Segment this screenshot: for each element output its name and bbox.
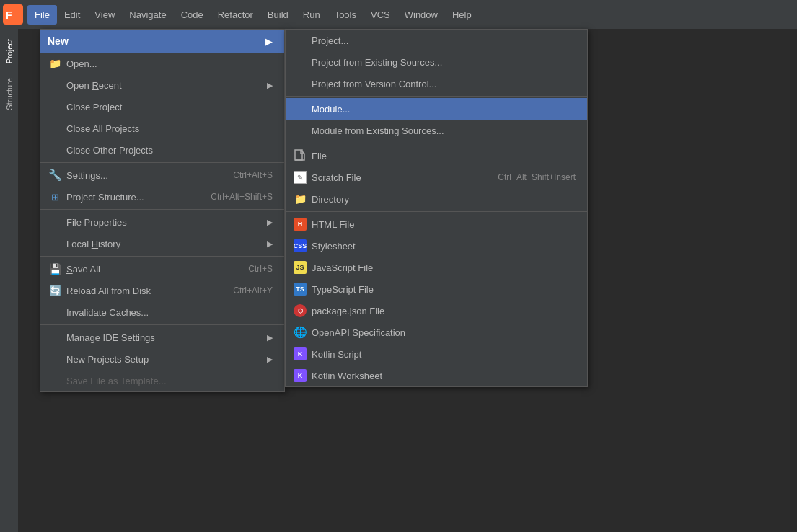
kotlin-script-icon: K [293, 347, 307, 361]
menu-help[interactable]: Help [445, 5, 479, 25]
svg-text:F: F [6, 9, 12, 21]
dropdown-overlay: New ▶ 📁 Open... Open Recent ▶ Close Proj… [0, 29, 797, 532]
html-icon: H [293, 217, 307, 231]
new-project-existing[interactable]: Project from Existing Sources... [286, 51, 587, 73]
menu-open[interactable]: 📁 Open... [40, 53, 284, 74]
new-project[interactable]: Project... [286, 30, 587, 51]
new-module[interactable]: Module... [286, 98, 587, 120]
new-module-existing[interactable]: Module from Existing Sources... [286, 120, 587, 141]
menu-close-project[interactable]: Close Project [40, 96, 284, 118]
menu-close-all-projects[interactable]: Close All Projects [40, 118, 284, 139]
settings-icon: 🔧 [48, 168, 62, 182]
blank-icon4 [48, 143, 62, 157]
new-kotlin-worksheet[interactable]: K Kotlin Worksheet [286, 365, 587, 386]
menu-window[interactable]: Window [397, 5, 445, 25]
blank-icon [48, 78, 62, 92]
new-file[interactable]: File [286, 145, 587, 167]
menu-new[interactable]: New ▶ [40, 30, 284, 53]
menu-tools[interactable]: Tools [327, 5, 364, 25]
structure-icon: ⊞ [48, 190, 62, 204]
new-html-file[interactable]: H HTML File [286, 213, 587, 235]
separator5 [286, 96, 587, 97]
open-recent-arrow: ▶ [267, 81, 273, 90]
menu-open-recent[interactable]: Open Recent ▶ [40, 74, 284, 96]
new-submenu[interactable]: Project... Project from Existing Sources… [285, 29, 588, 387]
menu-file[interactable]: File [27, 5, 57, 25]
sidebar-tab-structure[interactable]: Structure [2, 71, 17, 118]
menu-build[interactable]: Build [260, 5, 296, 25]
blank-icon11 [293, 33, 307, 48]
js-icon: JS [293, 260, 307, 275]
menu-invalidate-caches[interactable]: Invalidate Caches... [40, 301, 284, 323]
kotlin-worksheet-label: Kotlin Worksheet [312, 371, 576, 381]
npm-icon: ⬡ [293, 303, 307, 318]
file-label: File [312, 151, 576, 161]
menu-file-properties[interactable]: File Properties ▶ [40, 211, 284, 233]
menu-save-template[interactable]: Save File as Template... [40, 370, 284, 391]
menu-view[interactable]: View [87, 5, 122, 25]
separator3 [40, 256, 284, 257]
close-project-label: Close Project [66, 102, 273, 112]
menu-navigate[interactable]: Navigate [122, 5, 173, 25]
new-directory[interactable]: 📁 Directory [286, 188, 587, 210]
blank-icon15 [293, 123, 307, 138]
menu-edit[interactable]: Edit [57, 5, 87, 25]
separator7 [286, 211, 587, 212]
new-project-label: Project... [312, 35, 576, 46]
local-history-arrow: ▶ [267, 239, 273, 249]
reload-shortcut: Ctrl+Alt+Y [233, 285, 273, 296]
save-icon: 💾 [48, 262, 62, 276]
new-js-file[interactable]: JS JavaScript File [286, 257, 587, 278]
blank-icon12 [293, 55, 307, 69]
file-properties-label: File Properties [66, 217, 261, 228]
new-scratch-file[interactable]: ✎ Scratch File Ctrl+Alt+Shift+Insert [286, 167, 587, 188]
menu-run[interactable]: Run [296, 5, 327, 25]
scratch-icon: ✎ [293, 170, 307, 185]
save-all-label: Save All [66, 264, 234, 275]
menu-vcs[interactable]: VCS [364, 5, 397, 25]
css-icon: CSS [293, 239, 307, 253]
new-kotlin-script[interactable]: K Kotlin Script [286, 343, 587, 365]
scratch-file-label: Scratch File [312, 172, 483, 183]
blank-icon2 [48, 99, 62, 114]
menu-bar: F File Edit View Navigate Code Refactor … [0, 0, 797, 29]
new-label: New [48, 35, 265, 47]
open-label: Open... [66, 58, 273, 69]
menu-settings[interactable]: 🔧 Settings... Ctrl+Alt+S [40, 164, 284, 186]
file-icon [293, 148, 307, 163]
close-all-label: Close All Projects [66, 123, 273, 134]
ts-file-label: TypeScript File [312, 284, 576, 295]
new-arrow: ▶ [265, 36, 273, 47]
sidebar-tabs: Project Structure [0, 29, 18, 532]
new-projects-setup-label: New Projects Setup [66, 354, 261, 365]
new-project-existing-label: Project from Existing Sources... [312, 57, 576, 68]
new-projects-setup-arrow: ▶ [267, 355, 273, 364]
menu-reload[interactable]: 🔄 Reload All from Disk Ctrl+Alt+Y [40, 280, 284, 301]
menu-local-history[interactable]: Local History ▶ [40, 233, 284, 254]
menu-refactor[interactable]: Refactor [211, 5, 260, 25]
menu-project-structure[interactable]: ⊞ Project Structure... Ctrl+Alt+Shift+S [40, 186, 284, 208]
blank-icon14 [293, 102, 307, 116]
new-stylesheet[interactable]: CSS Stylesheet [286, 235, 587, 257]
new-module-existing-label: Module from Existing Sources... [312, 125, 576, 136]
new-ts-file[interactable]: TS TypeScript File [286, 278, 587, 300]
reload-label: Reload All from Disk [66, 285, 219, 296]
new-openapi[interactable]: 🌐 OpenAPI Specification [286, 322, 587, 343]
directory-label: Directory [312, 194, 576, 205]
file-menu[interactable]: New ▶ 📁 Open... Open Recent ▶ Close Proj… [40, 29, 285, 392]
menu-save-all[interactable]: 💾 Save All Ctrl+S [40, 258, 284, 280]
new-package-json[interactable]: ⬡ package.json File [286, 300, 587, 322]
kotlin-worksheet-icon: K [293, 368, 307, 383]
sidebar-tab-project[interactable]: Project [2, 32, 17, 71]
menu-close-other-projects[interactable]: Close Other Projects [40, 139, 284, 161]
new-project-vcs[interactable]: Project from Version Control... [286, 73, 587, 94]
ts-icon: TS [293, 282, 307, 296]
main-area: Project Structure New ▶ 📁 Open... Open R… [0, 29, 797, 532]
folder-icon: 📁 [48, 56, 62, 71]
save-template-label: Save File as Template... [66, 376, 273, 386]
manage-ide-arrow: ▶ [267, 333, 273, 342]
file-properties-arrow: ▶ [267, 218, 273, 227]
menu-code[interactable]: Code [174, 5, 211, 25]
menu-manage-ide[interactable]: Manage IDE Settings ▶ [40, 327, 284, 348]
menu-new-projects-setup[interactable]: New Projects Setup ▶ [40, 348, 284, 370]
